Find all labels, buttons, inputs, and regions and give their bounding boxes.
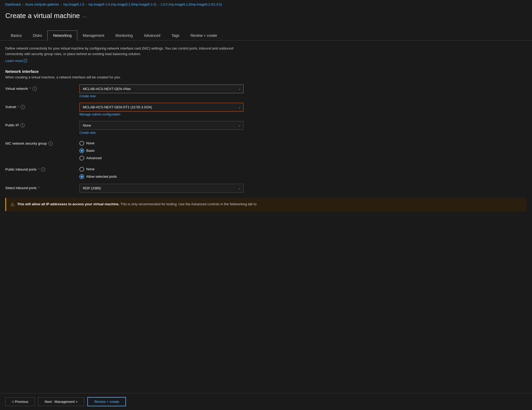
breadcrumb-galleries[interactable]: Azure compute galleries	[25, 3, 59, 6]
public-inbound-ports-radio-group: None Allow selected ports	[79, 165, 244, 179]
manage-subnet-link[interactable]: Manage subnet configuration	[79, 113, 120, 116]
review-create-button[interactable]: Review + create	[87, 397, 126, 406]
public-inbound-ports-control: None Allow selected ports	[79, 165, 244, 179]
inbound-ports-none-radio[interactable]	[79, 167, 84, 172]
nic-nsg-label: NIC network security group i	[5, 139, 74, 146]
previous-button[interactable]: < Previous	[5, 397, 35, 406]
required-star-select-ports: *	[38, 186, 40, 190]
content-area: Define network connectivity for your vir…	[0, 41, 532, 216]
public-ip-row: Public IP i None ⌄ Create new	[5, 121, 527, 135]
nic-nsg-basic-label: Basic	[86, 149, 95, 153]
select-inbound-ports-dropdown-wrapper: RDP (3389) ⌄	[79, 184, 244, 193]
nic-nsg-info-icon[interactable]: i	[48, 141, 53, 146]
nic-nsg-none-radio[interactable]	[79, 141, 84, 146]
subnet-control: MCLAB-HCS-NEXT-GEN-DT1 (10.50.3.0/24) ⌄ …	[79, 103, 244, 116]
page-title: Create a virtual machine	[5, 12, 80, 20]
required-star-vnet: *	[30, 87, 31, 91]
tab-bar: Basics Disks Networking Management Monit…	[0, 25, 532, 41]
vnet-info-icon[interactable]: i	[33, 87, 37, 91]
virtual-network-dropdown-wrapper: MCLAB-HCS-NEXT-GEN-VNet ⌄	[79, 84, 244, 93]
nic-nsg-basic-option[interactable]: Basic	[79, 148, 244, 153]
subnet-dropdown[interactable]: MCLAB-HCS-NEXT-GEN-DT1 (10.50.3.0/24)	[79, 103, 244, 112]
select-inbound-ports-label: Select inbound ports *	[5, 184, 74, 190]
tab-advanced[interactable]: Advanced	[138, 30, 166, 41]
inbound-ports-none-label: None	[86, 167, 94, 171]
public-ip-label: Public IP i	[5, 121, 74, 127]
subnet-row: Subnet * i MCLAB-HCS-NEXT-GEN-DT1 (10.50…	[5, 103, 527, 116]
nic-nsg-control: None Basic Advanced	[79, 139, 244, 161]
tab-management[interactable]: Management	[77, 30, 110, 41]
breadcrumb: Dashboard › Azure compute galleries › mp…	[0, 0, 532, 9]
public-ip-dropdown[interactable]: None	[79, 121, 244, 130]
public-inbound-ports-row: Public inbound ports * i None Allow sele…	[5, 165, 527, 179]
networking-description: Define network connectivity for your vir…	[5, 46, 244, 57]
select-inbound-ports-dropdown[interactable]: RDP (3389)	[79, 184, 244, 193]
warning-icon: ⚠	[10, 202, 15, 207]
nic-nsg-radio-group: None Basic Advanced	[79, 139, 244, 161]
inbound-ports-allow-option[interactable]: Allow selected ports	[79, 174, 244, 179]
subnet-label: Subnet * i	[5, 103, 74, 109]
subnet-info-icon[interactable]: i	[21, 105, 25, 109]
nic-nsg-basic-radio[interactable]	[79, 148, 84, 153]
required-star-ports: *	[38, 167, 39, 171]
breadcrumb-dashboard[interactable]: Dashboard	[5, 3, 21, 6]
nic-nsg-none-option[interactable]: None	[79, 141, 244, 146]
external-link-icon: ↗	[24, 59, 27, 62]
required-star-subnet: *	[18, 105, 19, 109]
virtual-network-control: MCLAB-HCS-NEXT-GEN-VNet ⌄ Create new	[79, 84, 244, 98]
warning-box: ⚠ This will allow all IP addresses to ac…	[5, 198, 527, 211]
tab-basics[interactable]: Basics	[5, 30, 27, 41]
tab-tags[interactable]: Tags	[166, 30, 185, 41]
virtual-network-row: Virtual network * i MCLAB-HCS-NEXT-GEN-V…	[5, 84, 527, 98]
page-options-button[interactable]: ...	[83, 13, 87, 19]
tab-disks[interactable]: Disks	[27, 30, 47, 41]
select-inbound-ports-row: Select inbound ports * RDP (3389) ⌄	[5, 184, 527, 193]
subnet-dropdown-wrapper: MCLAB-HCS-NEXT-GEN-DT1 (10.50.3.0/24) ⌄	[79, 103, 244, 112]
nic-nsg-advanced-option[interactable]: Advanced	[79, 156, 244, 161]
network-interface-title: Network interface	[5, 69, 527, 74]
nic-nsg-advanced-radio[interactable]	[79, 156, 84, 161]
learn-more-link[interactable]: Learn more ↗	[5, 59, 27, 63]
vnet-create-new-link[interactable]: Create new	[79, 94, 96, 98]
breadcrumb-version[interactable]: 1.0.0 (mp.image5.1.0/mp-image5-1-0/1.0.0…	[160, 3, 222, 6]
public-ip-dropdown-wrapper: None ⌄	[79, 121, 244, 130]
nic-nsg-none-label: None	[86, 141, 94, 145]
tab-networking[interactable]: Networking	[47, 30, 77, 41]
breadcrumb-image[interactable]: mp.image5.1.0	[63, 3, 84, 6]
inbound-ports-allow-label: Allow selected ports	[86, 175, 117, 179]
public-ip-control: None ⌄ Create new	[79, 121, 244, 135]
select-inbound-ports-control: RDP (3389) ⌄	[79, 184, 244, 193]
virtual-network-dropdown[interactable]: MCLAB-HCS-NEXT-GEN-VNet	[79, 84, 244, 93]
public-inbound-ports-label: Public inbound ports * i	[5, 165, 74, 172]
tab-review-create[interactable]: Review + create	[185, 30, 223, 41]
network-interface-subtitle: When creating a virtual machine, a netwo…	[5, 75, 527, 79]
breadcrumb-image-ref[interactable]: mp-image5-1-0 (mp.image5.1.0/mp-image5-1…	[88, 3, 156, 6]
public-inbound-ports-info-icon[interactable]: i	[41, 167, 45, 172]
page-header: Create a virtual machine ...	[0, 9, 532, 20]
tab-monitoring[interactable]: Monitoring	[110, 30, 138, 41]
public-ip-info-icon[interactable]: i	[20, 123, 25, 127]
warning-text: This will allow all IP addresses to acce…	[17, 202, 256, 207]
next-management-button[interactable]: Next : Management >	[38, 397, 84, 406]
nic-nsg-row: NIC network security group i None Basic …	[5, 139, 527, 161]
public-ip-create-new-link[interactable]: Create new	[79, 131, 96, 135]
nic-nsg-advanced-label: Advanced	[86, 156, 102, 160]
inbound-ports-none-option[interactable]: None	[79, 167, 244, 172]
bottom-bar: < Previous Next : Management > Review + …	[0, 393, 532, 410]
virtual-network-label: Virtual network * i	[5, 84, 74, 91]
inbound-ports-allow-radio[interactable]	[79, 174, 84, 179]
